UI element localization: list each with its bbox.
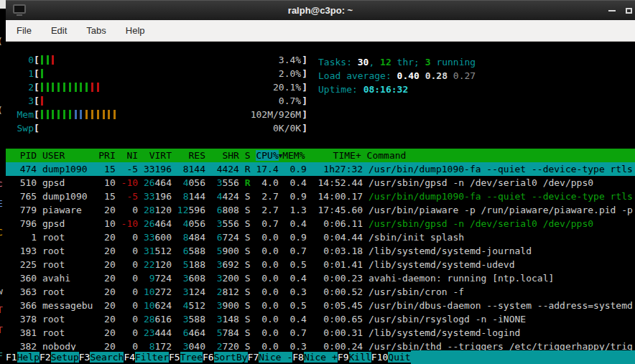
- memory-megabyte-digits: 23: [144, 327, 155, 338]
- process-cell-res: 3124: [177, 286, 205, 297]
- process-row[interactable]: 363 root 20 0 10272 3124 2812 S 0.0 0.3 …: [6, 285, 635, 299]
- process-cell-ni: 0: [121, 259, 138, 270]
- meter-bar-track: 3.4%: [40, 53, 302, 67]
- column-header-pri[interactable]: PRI: [98, 150, 115, 161]
- fkey-tree[interactable]: F5Tree: [169, 350, 203, 364]
- column-header-ni[interactable]: NI: [121, 150, 138, 161]
- fkey-nice[interactable]: F7Nice -: [248, 350, 293, 364]
- memory-megabyte-digits: 4: [217, 164, 223, 174]
- meter-value: 3.4%: [279, 53, 301, 67]
- column-header-mem[interactable]: MEM%: [282, 150, 305, 161]
- process-cell-pid: 360: [9, 273, 37, 284]
- process-cell-shr: 4424: [211, 191, 239, 202]
- process-cell-pid: 363: [9, 286, 37, 297]
- fkey-nice[interactable]: F8Nice +: [292, 350, 338, 364]
- process-row[interactable]: 378 root 20 0 28616 3588 3148 S 0.0 0.4 …: [6, 312, 635, 326]
- process-cell-ni: -10: [121, 177, 138, 188]
- fkey-kill[interactable]: F9Kill: [338, 350, 371, 364]
- fkey-filter[interactable]: F4Filter: [124, 350, 169, 364]
- meter-bracket-open: [: [34, 94, 40, 108]
- process-cell-user: root: [42, 286, 93, 297]
- memory-megabyte-digits: 28: [144, 205, 155, 215]
- process-cell-pri: 20: [98, 205, 115, 215]
- process-cell-user: gpsd: [42, 177, 93, 188]
- minimize-button[interactable]: [608, 10, 616, 11]
- fkey-number: F1: [6, 352, 17, 363]
- process-row[interactable]: 381 root 20 0 23444 6464 5784 S 0.0 0.7 …: [6, 326, 635, 340]
- memory-megabyte-digits: 33: [144, 191, 155, 202]
- fkey-number: F5: [169, 352, 180, 363]
- memory-megabyte-digits: 5: [183, 259, 189, 270]
- menu-file[interactable]: File: [17, 25, 32, 36]
- process-cell-pri: 20: [98, 232, 115, 243]
- process-cell-mem: 0.7: [284, 246, 307, 256]
- process-row[interactable]: 474 dump1090 15 -5 33196 8144 4424 R 17.…: [6, 162, 635, 176]
- process-row[interactable]: 360 avahi 20 0 9724 3608 3200 S 0.0 0.4 …: [6, 271, 635, 285]
- process-cell-s: S: [245, 205, 251, 215]
- process-cell-cmd: /usr/bin/dump1090-fa --quiet --device-ty…: [369, 191, 633, 202]
- process-row[interactable]: 193 root 20 0 31512 6588 5900 S 0.0 0.7 …: [6, 244, 635, 258]
- process-cell-mem: 1.3: [284, 205, 307, 215]
- process-cell-virt: 33196: [144, 191, 172, 202]
- process-row[interactable]: 225 root 20 0 22120 5188 3692 S 0.0 0.5 …: [6, 258, 635, 271]
- column-header-virt[interactable]: VIRT: [144, 150, 172, 161]
- meter-label: Mem: [11, 108, 34, 121]
- process-cell-pri: 15: [98, 191, 115, 202]
- process-row[interactable]: 510 gpsd 10 -10 26464 4056 3556 R 4.0 0.…: [6, 176, 635, 190]
- fkey-quit[interactable]: F10Quit: [371, 350, 411, 364]
- uptime-line: Uptime: 08:16:32: [318, 83, 476, 96]
- column-header-cpu[interactable]: CPU%: [256, 150, 278, 161]
- meter-bracket-close: ]: [302, 80, 307, 94]
- fkey-setup[interactable]: F2Setup: [40, 350, 79, 364]
- process-row[interactable]: 1 root 20 0 33600 8484 6724 S 0.0 0.9 0:…: [6, 230, 635, 244]
- load-average-line: Load average: 0.40 0.28 0.27: [318, 69, 476, 83]
- process-cell-cpu: 0.0: [256, 286, 278, 297]
- column-header-res[interactable]: RES: [177, 150, 205, 161]
- menu-help[interactable]: Help: [126, 25, 145, 36]
- column-header-time+[interactable]: TIME+: [310, 150, 361, 161]
- meter-label: 2: [11, 80, 34, 94]
- process-cell-s: R: [245, 164, 251, 174]
- column-header-shr[interactable]: SHR: [211, 150, 239, 161]
- column-header-command[interactable]: Command: [367, 150, 407, 161]
- htop-terminal[interactable]: 0[3.4%]1[2.0%]2[20.1%]3[0.7%]Mem[102M/92…: [6, 42, 635, 364]
- meter-bar-track: 20.1%: [40, 80, 302, 94]
- fkey-number: F2: [40, 352, 51, 363]
- process-cell-time: 0:03.18: [312, 246, 363, 256]
- process-row[interactable]: 779 piaware 20 0 28120 12596 6808 S 2.7 …: [6, 203, 635, 217]
- meter-bar: [91, 83, 93, 92]
- process-cell-virt: 33196: [144, 164, 172, 174]
- column-header-user[interactable]: USER: [42, 150, 93, 161]
- fkey-search[interactable]: F3Search: [79, 350, 124, 364]
- column-header-pid[interactable]: PID: [9, 150, 37, 161]
- process-cell-pid: 765: [9, 191, 37, 202]
- process-cell-pid: 378: [9, 314, 37, 325]
- maximize-button[interactable]: [626, 8, 632, 14]
- memory-megabyte-digits: 33: [144, 164, 155, 174]
- process-cell-pid: 510: [9, 177, 37, 188]
- process-cell-user: root: [42, 232, 93, 243]
- process-cell-virt: 23444: [144, 327, 172, 338]
- menu-edit[interactable]: Edit: [51, 25, 67, 36]
- fkey-help[interactable]: F1Help: [6, 350, 40, 364]
- process-cell-mem: 0.5: [284, 259, 307, 270]
- memory-megabyte-digits: 26: [144, 218, 155, 229]
- process-cell-ni: 0: [121, 246, 138, 256]
- process-cell-mem: 0.9: [284, 191, 307, 202]
- fkey-label: Nice -: [259, 352, 292, 363]
- process-row[interactable]: 796 gpsd 10 -10 26464 4056 3556 S 0.7 0.…: [6, 217, 635, 230]
- menu-tabs[interactable]: Tabs: [86, 25, 106, 36]
- fkey-sortby[interactable]: F6SortBy: [203, 350, 248, 364]
- process-cell-time: 0:05.45: [312, 300, 363, 311]
- meter-row-swp: Swp[0K/0K]: [11, 121, 307, 135]
- process-row[interactable]: 366 messagebu 20 0 10624 4512 3900 S 0.0…: [6, 299, 635, 312]
- process-cell-cmd: /lib/systemd/systemd-udevd: [369, 259, 515, 270]
- process-cell-mem: 0.9: [284, 232, 307, 243]
- memory-megabyte-digits: 4: [183, 177, 189, 188]
- memory-megabyte-digits: 3: [183, 286, 189, 297]
- process-row[interactable]: 765 dump1090 15 -5 33196 8144 4424 S 2.7…: [6, 190, 635, 203]
- process-cell-s: S: [245, 327, 251, 338]
- meter-bar: [41, 96, 43, 106]
- window-titlebar[interactable]: ralph@c3po: ~: [6, 0, 635, 20]
- column-header-s[interactable]: S: [245, 150, 251, 161]
